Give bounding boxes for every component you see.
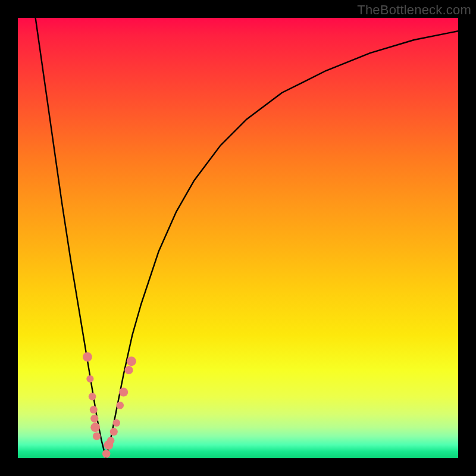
data-marker — [83, 352, 92, 362]
data-marker — [90, 422, 100, 432]
curve-layer — [18, 18, 458, 458]
chart-frame: TheBottleneck.com — [0, 0, 476, 476]
data-marker — [86, 375, 93, 383]
data-marker — [89, 393, 96, 400]
marker-cluster-right — [102, 356, 136, 458]
watermark-text: TheBottleneck.com — [357, 2, 471, 18]
data-marker — [116, 402, 124, 409]
plot-area — [18, 18, 458, 458]
marker-cluster-left — [83, 352, 101, 440]
data-marker — [107, 437, 115, 444]
data-marker — [127, 356, 136, 366]
data-marker — [113, 419, 120, 427]
data-marker — [102, 450, 111, 458]
data-marker — [119, 387, 128, 396]
data-marker — [124, 366, 133, 374]
bottleneck-curve — [36, 18, 458, 458]
data-marker — [90, 406, 98, 414]
data-marker — [90, 415, 98, 422]
data-marker — [110, 428, 118, 436]
data-marker — [93, 432, 101, 440]
